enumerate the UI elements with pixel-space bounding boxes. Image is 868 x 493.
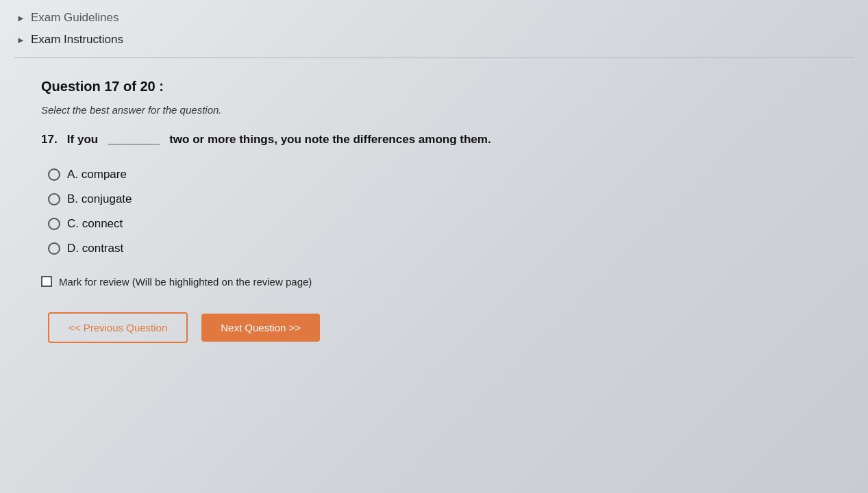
- question-text-after: two or more things, you note the differe…: [169, 133, 491, 146]
- question-blank: ________: [101, 133, 166, 146]
- mark-review-checkbox[interactable]: [41, 276, 52, 287]
- question-text: 17. If you ________ two or more things, …: [41, 131, 827, 149]
- option-d-label: D. contrast: [67, 242, 123, 255]
- arrow-icon-instructions: ►: [16, 35, 25, 45]
- radio-a[interactable]: [48, 168, 60, 181]
- option-a[interactable]: A. compare: [48, 168, 827, 181]
- prev-question-button[interactable]: << Previous Question: [48, 312, 188, 343]
- option-b[interactable]: B. conjugate: [48, 192, 827, 206]
- question-text-before-word: If you: [67, 133, 98, 146]
- radio-b[interactable]: [48, 193, 60, 205]
- content-area: Question 17 of 20 : Select the best answ…: [0, 58, 868, 364]
- next-question-button[interactable]: Next Question >>: [201, 314, 320, 342]
- option-c[interactable]: C. connect: [48, 217, 827, 231]
- question-text-before: [60, 133, 64, 146]
- option-d[interactable]: D. contrast: [48, 242, 827, 255]
- option-a-label: A. compare: [67, 168, 127, 181]
- radio-d[interactable]: [48, 242, 60, 255]
- exam-guidelines-label: Exam Guidelines: [31, 11, 119, 25]
- mark-review-label: Mark for review (Will be highlighted on …: [59, 276, 312, 288]
- question-instruction: Select the best answer for the question.: [41, 104, 827, 116]
- radio-c[interactable]: [48, 218, 60, 230]
- top-nav: ► Exam Guidelines ► Exam Instructions: [0, 0, 868, 51]
- question-header: Question 17 of 20 :: [41, 79, 827, 94]
- mark-review-row[interactable]: Mark for review (Will be highlighted on …: [41, 276, 827, 288]
- option-b-label: B. conjugate: [67, 192, 132, 206]
- options-list: A. compare B. conjugate C. connect D. co…: [48, 168, 827, 255]
- exam-guidelines-nav[interactable]: ► Exam Guidelines: [14, 7, 854, 29]
- arrow-icon: ►: [16, 13, 25, 23]
- question-number: 17.: [41, 133, 58, 146]
- option-c-label: C. connect: [67, 217, 123, 231]
- exam-instructions-nav[interactable]: ► Exam Instructions: [14, 29, 854, 51]
- buttons-row: << Previous Question Next Question >>: [48, 312, 827, 343]
- main-container: ► Exam Guidelines ► Exam Instructions Qu…: [0, 0, 868, 493]
- exam-instructions-label: Exam Instructions: [31, 33, 123, 47]
